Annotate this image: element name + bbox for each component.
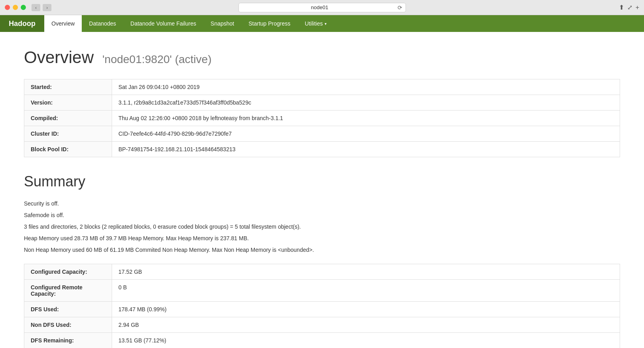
- overview-row-value: BP-74981754-192.168.21.101-1548464583213: [112, 142, 620, 157]
- overview-row-value: Sat Jan 26 09:04:10 +0800 2019: [112, 79, 620, 95]
- overview-row-value: 3.1.1, r2b9a8c1d3a2caf1e733d57f346af3ff0…: [112, 95, 620, 111]
- overview-row-value: CID-7eefe4c6-44fd-4790-829b-96d7e7290fe7: [112, 126, 620, 142]
- address-bar[interactable]: node01 ⟳: [238, 3, 406, 12]
- summary-row: DFS Remaining:13.51 GB (77.12%): [24, 333, 620, 348]
- summary-row-value: 13.51 GB (77.12%): [112, 333, 620, 348]
- summary-text-item: Non Heap Memory used 60 MB of 61.19 MB C…: [24, 246, 620, 254]
- overview-row-label: Block Pool ID:: [24, 142, 112, 157]
- navbar: Hadoop Overview Datanodes Datanode Volum…: [0, 15, 644, 32]
- share-button[interactable]: ⬆: [619, 4, 624, 11]
- expand-button[interactable]: ⤢: [627, 4, 632, 11]
- nav-arrows: ‹ ›: [32, 4, 51, 11]
- nav-utilities[interactable]: Utilities ▾: [297, 15, 334, 32]
- maximize-button[interactable]: [21, 5, 26, 10]
- summary-row-label: DFS Remaining:: [24, 333, 112, 348]
- summary-row-value: 2.94 GB: [112, 317, 620, 333]
- summary-row: Configured Remote Capacity:0 B: [24, 280, 620, 302]
- overview-row-value: Thu Aug 02 12:26:00 +0800 2018 by leftno…: [112, 111, 620, 126]
- overview-row-label: Compiled:: [24, 111, 112, 126]
- summary-heading: Summary: [24, 173, 620, 190]
- summary-text-item: 3 files and directories, 2 blocks (2 rep…: [24, 223, 620, 231]
- summary-text-item: Safemode is off.: [24, 211, 620, 219]
- summary-table: Configured Capacity:17.52 GBConfigured R…: [24, 264, 620, 348]
- overview-row: Version:3.1.1, r2b9a8c1d3a2caf1e733d57f3…: [24, 95, 620, 111]
- summary-row-label: Configured Remote Capacity:: [24, 280, 112, 302]
- overview-row-label: Version:: [24, 95, 112, 111]
- back-button[interactable]: ‹: [32, 4, 40, 11]
- titlebar-actions: ⬆ ⤢ +: [619, 4, 639, 11]
- summary-row-label: Configured Capacity:: [24, 264, 112, 280]
- nav-datanode-volume-failures[interactable]: Datanode Volume Failures: [123, 15, 203, 32]
- overview-table: Started:Sat Jan 26 09:04:10 +0800 2019Ve…: [24, 79, 620, 157]
- summary-text-item: Heap Memory used 28.73 MB of 39.7 MB Hea…: [24, 234, 620, 243]
- summary-row: Non DFS Used:2.94 GB: [24, 317, 620, 333]
- summary-row-value: 178.47 MB (0.99%): [112, 302, 620, 317]
- summary-texts: Security is off.Safemode is off.3 files …: [24, 200, 620, 254]
- summary-row-value: 0 B: [112, 280, 620, 302]
- summary-row-label: DFS Used:: [24, 302, 112, 317]
- overview-row: Compiled:Thu Aug 02 12:26:00 +0800 2018 …: [24, 111, 620, 126]
- add-tab-button[interactable]: +: [636, 4, 639, 11]
- navbar-brand[interactable]: Hadoop: [0, 15, 44, 32]
- url-text: node01: [242, 4, 398, 10]
- summary-row: Configured Capacity:17.52 GB: [24, 264, 620, 280]
- overview-row: Block Pool ID:BP-74981754-192.168.21.101…: [24, 142, 620, 157]
- nav-snapshot[interactable]: Snapshot: [203, 15, 241, 32]
- minimize-button[interactable]: [13, 5, 18, 10]
- forward-button[interactable]: ›: [43, 4, 51, 11]
- nav-overview[interactable]: Overview: [44, 15, 82, 32]
- reload-button[interactable]: ⟳: [398, 4, 402, 11]
- close-button[interactable]: [5, 5, 10, 10]
- summary-row: DFS Used:178.47 MB (0.99%): [24, 302, 620, 317]
- main-content: Overview 'node01:9820' (active) Started:…: [0, 32, 644, 348]
- overview-row: Cluster ID:CID-7eefe4c6-44fd-4790-829b-9…: [24, 126, 620, 142]
- titlebar: ‹ › node01 ⟳ ⬆ ⤢ +: [0, 0, 644, 15]
- page-title: Overview 'node01:9820' (active): [24, 48, 620, 67]
- summary-text-item: Security is off.: [24, 200, 620, 208]
- nav-datanodes[interactable]: Datanodes: [82, 15, 123, 32]
- overview-heading: Overview: [24, 48, 94, 67]
- overview-row-label: Started:: [24, 79, 112, 95]
- overview-row-label: Cluster ID:: [24, 126, 112, 142]
- window-controls: [5, 5, 26, 10]
- overview-subtitle: 'node01:9820' (active): [102, 53, 212, 65]
- summary-row-label: Non DFS Used:: [24, 317, 112, 333]
- overview-row: Started:Sat Jan 26 09:04:10 +0800 2019: [24, 79, 620, 95]
- summary-row-value: 17.52 GB: [112, 264, 620, 280]
- dropdown-arrow-icon: ▾: [325, 22, 327, 26]
- nav-startup-progress[interactable]: Startup Progress: [241, 15, 297, 32]
